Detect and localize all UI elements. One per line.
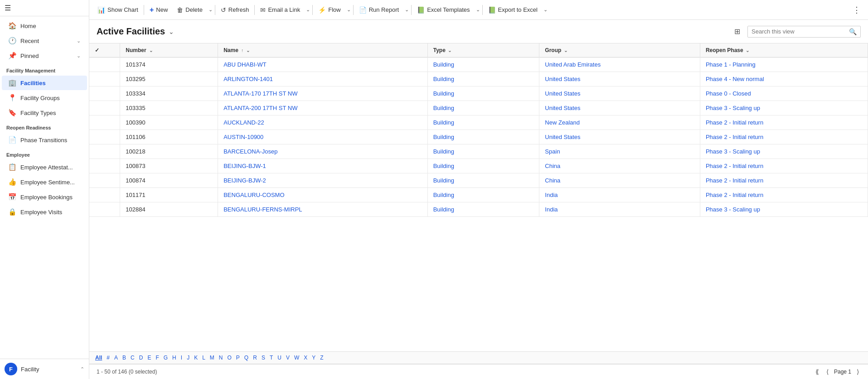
alpha-item-#[interactable]: # xyxy=(104,354,112,362)
alpha-item-i[interactable]: I xyxy=(179,354,184,362)
cell-reopen-phase[interactable]: Phase 2 - Initial return xyxy=(700,173,868,188)
cell-group[interactable]: United States xyxy=(539,72,700,86)
cell-group[interactable]: Spain xyxy=(539,144,700,159)
cell-checkbox[interactable] xyxy=(89,130,120,144)
alpha-item-g[interactable]: G xyxy=(161,354,170,362)
cell-name[interactable]: ATLANTA-170 17TH ST NW xyxy=(218,86,428,101)
cell-reopen-phase[interactable]: Phase 3 - Scaling up xyxy=(700,101,868,115)
flow-button[interactable]: ⚡ Flow xyxy=(314,4,345,16)
hamburger-icon[interactable]: ☰ xyxy=(5,4,11,12)
cell-type[interactable]: Building xyxy=(427,72,539,86)
cell-group[interactable]: China xyxy=(539,173,700,188)
new-button[interactable]: + New xyxy=(145,4,172,16)
cell-type[interactable]: Building xyxy=(427,202,539,217)
cell-name[interactable]: BARCELONA-Josep xyxy=(218,144,428,159)
cell-type[interactable]: Building xyxy=(427,173,539,188)
title-chevron-icon[interactable]: ⌄ xyxy=(169,28,174,35)
alpha-item-p[interactable]: P xyxy=(234,354,242,362)
alpha-item-e[interactable]: E xyxy=(145,354,153,362)
sidebar-item-phase-transitions[interactable]: 📄 Phase Transitions xyxy=(2,133,87,147)
col-chevron-icon[interactable]: ⌄ xyxy=(746,48,749,53)
cell-name[interactable]: ABU DHABI-WT xyxy=(218,58,428,72)
cell-group[interactable]: India xyxy=(539,188,700,202)
cell-reopen-phase[interactable]: Phase 3 - Scaling up xyxy=(700,144,868,159)
cell-type[interactable]: Building xyxy=(427,188,539,202)
cell-group[interactable]: United States xyxy=(539,101,700,115)
alpha-item-y[interactable]: Y xyxy=(310,354,318,362)
sidebar-item-recent[interactable]: 🕐 Recent ⌄ xyxy=(2,34,87,48)
cell-group[interactable]: United Arab Emirates xyxy=(539,58,700,72)
alpha-item-j[interactable]: J xyxy=(184,354,192,362)
email-link-button[interactable]: ✉ Email a Link xyxy=(256,4,305,16)
prev-page-button[interactable]: ⟨ xyxy=(824,367,830,376)
cell-group[interactable]: New Zealand xyxy=(539,115,700,130)
cell-checkbox[interactable] xyxy=(89,188,120,202)
alpha-item-s[interactable]: S xyxy=(259,354,267,362)
alpha-item-k[interactable]: K xyxy=(192,354,200,362)
cell-type[interactable]: Building xyxy=(427,130,539,144)
cell-checkbox[interactable] xyxy=(89,86,120,101)
cell-group[interactable]: India xyxy=(539,202,700,217)
sidebar-item-facility-groups[interactable]: 📍 Facility Groups xyxy=(2,91,87,105)
export-excel-chevron[interactable]: ⌄ xyxy=(542,5,549,15)
alpha-item-b[interactable]: B xyxy=(120,354,128,362)
cell-type[interactable]: Building xyxy=(427,101,539,115)
alpha-item-n[interactable]: N xyxy=(217,354,225,362)
cell-name[interactable]: BEIJING-BJW-2 xyxy=(218,173,428,188)
col-reopen-phase[interactable]: Reopen Phase ⌄ xyxy=(700,43,868,58)
cell-checkbox[interactable] xyxy=(89,58,120,72)
alpha-item-u[interactable]: U xyxy=(275,354,284,362)
cell-name[interactable]: BEIJING-BJW-1 xyxy=(218,159,428,173)
alpha-item-m[interactable]: M xyxy=(208,354,217,362)
col-chevron-icon[interactable]: ⌄ xyxy=(564,48,567,53)
sidebar-item-employee-sentime[interactable]: 👍 Employee Sentime... xyxy=(2,175,87,189)
first-page-button[interactable]: ⟪ xyxy=(814,367,821,376)
run-report-button[interactable]: 📄 Run Report xyxy=(354,4,403,16)
alpha-item-l[interactable]: L xyxy=(200,354,208,362)
cell-type[interactable]: Building xyxy=(427,159,539,173)
sidebar-item-employee-visits[interactable]: 🔒 Employee Visits xyxy=(2,205,87,219)
col-number[interactable]: Number ⌄ xyxy=(120,43,218,58)
cell-group[interactable]: United States xyxy=(539,130,700,144)
cell-type[interactable]: Building xyxy=(427,58,539,72)
alpha-item-f[interactable]: F xyxy=(153,354,161,362)
alpha-item-x[interactable]: X xyxy=(301,354,310,362)
sidebar-item-facilities[interactable]: 🏢 Facilities xyxy=(2,76,87,90)
alpha-item-a[interactable]: A xyxy=(112,354,120,362)
delete-button[interactable]: 🗑 Delete xyxy=(172,4,207,16)
col-checkbox[interactable]: ✓ xyxy=(89,43,120,58)
cell-name[interactable]: AUSTIN-10900 xyxy=(218,130,428,144)
sidebar-item-employee-bookings[interactable]: 📅 Employee Bookings xyxy=(2,190,87,204)
excel-templates-button[interactable]: 📗 Excel Templates xyxy=(412,4,474,16)
refresh-button[interactable]: ↺ Refresh xyxy=(216,4,254,16)
check-all-icon[interactable]: ✓ xyxy=(95,47,99,53)
alpha-item-w[interactable]: W xyxy=(292,354,301,362)
alpha-item-d[interactable]: D xyxy=(137,354,145,362)
sidebar-item-facility-types[interactable]: 🔖 Facility Types xyxy=(2,106,87,120)
cell-type[interactable]: Building xyxy=(427,115,539,130)
search-input[interactable] xyxy=(752,28,846,35)
cell-name[interactable]: ARLINGTON-1401 xyxy=(218,72,428,86)
more-icon[interactable]: ⋮ xyxy=(849,4,864,16)
export-excel-button[interactable]: 📗 Export to Excel xyxy=(484,4,542,16)
sidebar-item-pinned[interactable]: 📌 Pinned ⌄ xyxy=(2,48,87,63)
run-report-chevron[interactable]: ⌄ xyxy=(403,5,410,15)
cell-checkbox[interactable] xyxy=(89,101,120,115)
cell-name[interactable]: AUCKLAND-22 xyxy=(218,115,428,130)
delete-chevron[interactable]: ⌄ xyxy=(207,5,214,15)
show-chart-button[interactable]: 📊 Show Chart xyxy=(93,4,143,16)
alpha-item-c[interactable]: C xyxy=(128,354,137,362)
filter-icon[interactable]: ⊞ xyxy=(734,27,740,36)
cell-name[interactable]: BENGALURU-COSMO xyxy=(218,188,428,202)
alpha-item-v[interactable]: V xyxy=(284,354,292,362)
next-page-button[interactable]: ⟩ xyxy=(855,367,861,376)
cell-reopen-phase[interactable]: Phase 4 - New normal xyxy=(700,72,868,86)
flow-chevron[interactable]: ⌄ xyxy=(345,5,352,15)
cell-reopen-phase[interactable]: Phase 2 - Initial return xyxy=(700,115,868,130)
email-chevron[interactable]: ⌄ xyxy=(305,5,311,15)
cell-checkbox[interactable] xyxy=(89,72,120,86)
sidebar-item-employee-attestat[interactable]: 📋 Employee Attestat... xyxy=(2,160,87,174)
sidebar-item-home[interactable]: 🏠 Home xyxy=(2,19,87,33)
alpha-item-all[interactable]: All xyxy=(93,354,104,362)
alpha-item-z[interactable]: Z xyxy=(318,354,325,362)
